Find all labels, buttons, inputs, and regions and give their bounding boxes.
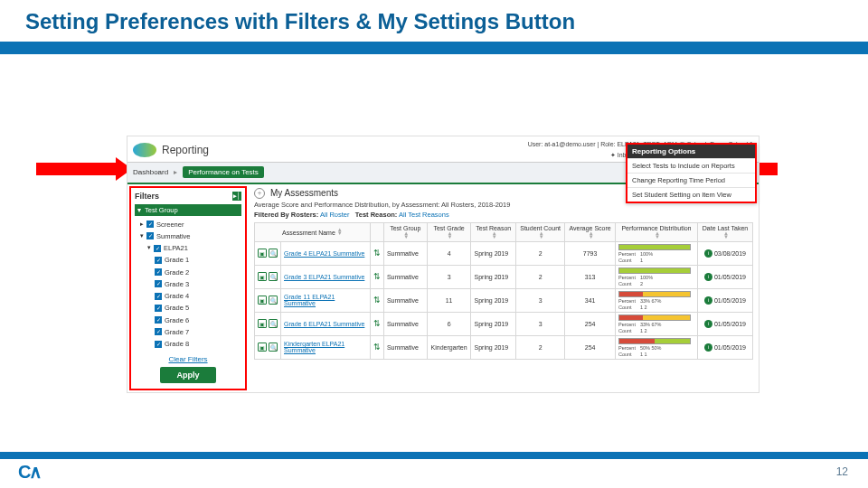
assessment-link[interactable]: Kindergarten ELPA21 Summative	[284, 341, 344, 353]
slide-footer: C∧ 12	[0, 455, 868, 488]
breadcrumb-dashboard[interactable]: Dashboard	[133, 168, 168, 176]
collapse-filters-icon[interactable]: ▸│	[232, 192, 241, 201]
expand-row-icon[interactable]: ▣	[258, 319, 267, 328]
slide-title-bar: Setting Preferences with Filters & My Se…	[0, 0, 868, 42]
table-body: ▣🔍Grade 4 ELPA21 Summative⇅Summative4Spr…	[255, 241, 753, 359]
tree-item-elpa21[interactable]: ▾ELPA21	[135, 242, 241, 254]
column-header[interactable]: Test Group▲▼	[383, 222, 427, 241]
expand-row-icon[interactable]: ▣	[258, 296, 267, 305]
expand-row-icon[interactable]: ▣	[258, 272, 267, 281]
assessments-table: Assessment Name▲▼ Test Group▲▼Test Grade…	[254, 222, 753, 360]
filtered-by-line: Filtered By Rosters: All Roster Test Rea…	[254, 211, 753, 219]
table-row: ▣🔍Grade 3 ELPA21 Summative⇅Summative3Spr…	[255, 265, 753, 288]
section-title: My Assessments	[270, 188, 338, 198]
checkbox-icon[interactable]	[155, 316, 162, 324]
column-header[interactable]: Student Count▲▼	[516, 222, 565, 241]
test-group-heading[interactable]: Test Group	[135, 204, 241, 216]
column-header[interactable]: Test Reason▲▼	[471, 222, 516, 241]
slide-body: Reporting User: at-a1@demo.user | Role: …	[0, 54, 868, 434]
my-settings-dropdown: Reporting Options Select Tests to Includ…	[626, 143, 757, 203]
main-panel: Reporting Options Select Tests to Includ…	[249, 184, 759, 393]
dropdown-item[interactable]: Change Reporting Time Period	[627, 173, 755, 187]
checkbox-icon[interactable]	[155, 305, 162, 312]
info-icon[interactable]: i	[704, 296, 712, 305]
table-row: ▣🔍Grade 4 ELPA21 Summative⇅Summative4Spr…	[255, 241, 753, 265]
clear-filters-link[interactable]: Clear Filters	[135, 355, 241, 363]
collapse-section-icon[interactable]: ＋	[254, 188, 265, 199]
tree-item-grade[interactable]: Grade 2	[135, 267, 241, 278]
tree-item-grade[interactable]: Grade 6	[135, 314, 241, 326]
checkbox-icon[interactable]	[155, 257, 162, 264]
column-header[interactable]: Average Score▲▼	[565, 222, 616, 241]
magnify-icon[interactable]: 🔍	[269, 319, 278, 328]
app-brand: Reporting	[162, 144, 209, 156]
chevron-right-icon: ▸	[174, 168, 177, 176]
tree-item-grade[interactable]: Grade 4	[135, 290, 241, 302]
expand-row-icon[interactable]: ▣	[258, 343, 267, 352]
tree-item-summative[interactable]: ▾Summative	[135, 230, 241, 242]
table-row: ▣🔍Kindergarten ELPA21 Summative⇅Summativ…	[255, 335, 753, 359]
tree-item-screener[interactable]: ▸Screener	[135, 219, 241, 230]
app-logo: Reporting	[133, 143, 209, 157]
magnify-icon[interactable]: 🔍	[269, 343, 278, 352]
apply-button[interactable]: Apply	[160, 367, 215, 383]
info-icon[interactable]: i	[704, 320, 712, 328]
info-icon[interactable]: i	[704, 343, 712, 352]
magnify-icon[interactable]: 🔍	[269, 296, 278, 305]
assessment-link[interactable]: Grade 3 ELPA21 Summative	[284, 274, 364, 280]
checkbox-icon[interactable]	[146, 221, 154, 228]
magnify-icon[interactable]: 🔍	[269, 249, 278, 258]
checkbox-icon[interactable]	[154, 245, 161, 252]
dropdown-item[interactable]: Set Student Setting on Item View	[627, 187, 755, 202]
elpa21-logo-icon	[133, 143, 156, 157]
breadcrumb-current: Performance on Tests	[183, 166, 264, 178]
sort-arrows-icon[interactable]: ⇅	[373, 249, 381, 258]
dropdown-title: Reporting Options	[627, 145, 755, 158]
slide-title: Setting Preferences with Filters & My Se…	[25, 9, 843, 34]
table-row: ▣🔍Grade 11 ELPA21 Summative⇅Summative11S…	[255, 288, 753, 312]
info-icon[interactable]: i	[704, 249, 712, 258]
checkbox-icon[interactable]	[155, 341, 162, 348]
dropdown-item[interactable]: Select Tests to Include on Reports	[627, 158, 755, 173]
checkbox-icon[interactable]	[146, 232, 154, 239]
table-row: ▣🔍Grade 6 ELPA21 Summative⇅Summative6Spr…	[255, 312, 753, 335]
callout-arrow-left	[36, 163, 118, 175]
checkbox-icon[interactable]	[155, 280, 162, 287]
filters-header: Filters ▸│	[135, 192, 241, 201]
column-header[interactable]: Assessment Name▲▼	[255, 222, 371, 241]
info-icon[interactable]: i	[704, 273, 712, 281]
app-body: Filters ▸│ Test Group ▸Screener ▾Summati…	[127, 184, 759, 393]
assessment-link[interactable]: Grade 6 ELPA21 Summative	[284, 321, 364, 327]
sort-arrows-icon[interactable]: ⇅	[373, 272, 381, 281]
checkbox-icon[interactable]	[155, 328, 162, 335]
reporting-app: Reporting User: at-a1@demo.user | Role: …	[127, 136, 760, 393]
sort-arrows-icon[interactable]: ⇅	[373, 319, 381, 328]
expand-row-icon[interactable]: ▣	[258, 249, 267, 258]
tree-item-grade[interactable]: Grade 8	[135, 338, 241, 350]
column-header[interactable]: Date Last Taken▲▼	[697, 222, 752, 241]
column-header[interactable]: Performance Distribution▲▼	[615, 222, 697, 241]
assessment-link[interactable]: Grade 4 ELPA21 Summative	[284, 250, 364, 257]
filter-tree: ▸Screener ▾Summative ▾ELPA21 Grade 1Grad…	[135, 219, 241, 351]
tree-item-grade[interactable]: Grade 1	[135, 254, 241, 266]
ca-logo: C∧	[18, 461, 41, 483]
filters-title: Filters	[135, 192, 159, 201]
filters-panel: Filters ▸│ Test Group ▸Screener ▾Summati…	[129, 186, 247, 391]
magnify-icon[interactable]: 🔍	[269, 272, 278, 281]
sort-arrows-icon[interactable]: ⇅	[373, 296, 381, 305]
page-number: 12	[836, 465, 848, 478]
divider-top	[0, 42, 868, 54]
column-header[interactable]: Test Grade▲▼	[427, 222, 471, 241]
checkbox-icon[interactable]	[155, 268, 162, 276]
table-header-row: Assessment Name▲▼ Test Group▲▼Test Grade…	[255, 222, 753, 241]
tree-item-grade[interactable]: Grade 7	[135, 326, 241, 338]
tree-item-grade[interactable]: Grade 3	[135, 278, 241, 290]
tree-item-grade[interactable]: Grade 5	[135, 302, 241, 314]
checkbox-icon[interactable]	[155, 293, 162, 300]
assessment-link[interactable]: Grade 11 ELPA21 Summative	[284, 294, 335, 306]
sort-arrows-icon[interactable]: ⇅	[373, 343, 381, 352]
